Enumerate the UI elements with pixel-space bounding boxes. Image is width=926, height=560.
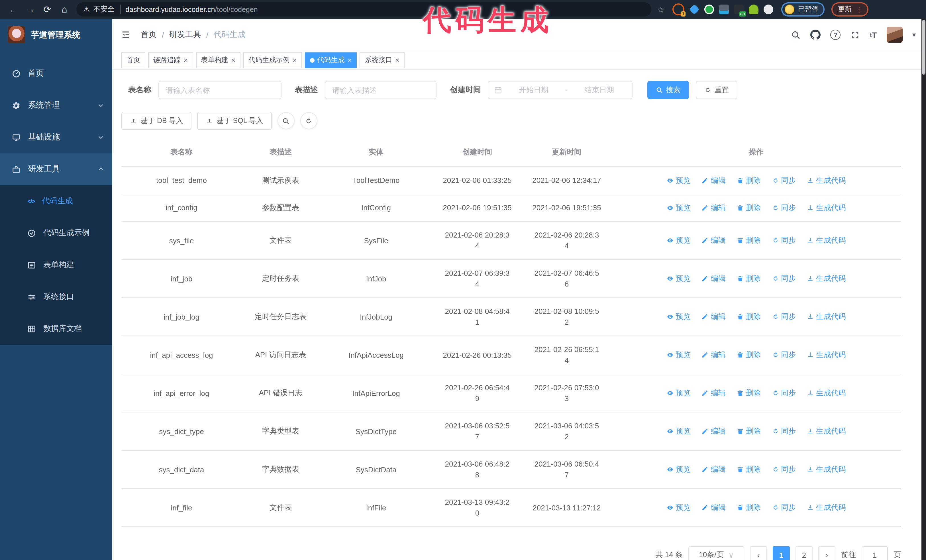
close-icon[interactable]: × [292, 56, 297, 64]
preview-link[interactable]: 预览 [667, 388, 691, 398]
sync-link[interactable]: 同步 [772, 202, 796, 213]
table-row[interactable]: inf_job 定时任务表 InfJob 2021-02-07 06:39:3 … [121, 260, 901, 298]
generate-code-link[interactable]: 生成代码 [807, 388, 846, 398]
preview-link[interactable]: 预览 [667, 503, 691, 513]
search-button[interactable]: 搜索 [648, 81, 689, 99]
import-db-button[interactable]: 基于 DB 导入 [121, 112, 192, 130]
preview-link[interactable]: 预览 [667, 312, 691, 322]
preview-link[interactable]: 预览 [667, 175, 691, 186]
preview-link[interactable]: 预览 [667, 273, 691, 284]
close-icon[interactable]: × [231, 56, 235, 64]
browser-forward-button[interactable]: → [23, 2, 38, 17]
sidebar-collapse-icon[interactable] [121, 30, 131, 40]
close-icon[interactable]: × [348, 56, 352, 64]
table-row[interactable]: inf_file 文件表 InfFile 2021-03-13 09:43:2 … [121, 489, 901, 527]
sidebar-item-codegen[interactable]: </> 代码生成 [0, 185, 112, 217]
delete-link[interactable]: 删除 [737, 426, 761, 436]
next-page-button[interactable]: › [818, 546, 835, 560]
sync-link[interactable]: 同步 [772, 235, 796, 246]
sync-link[interactable]: 同步 [772, 503, 796, 513]
edit-link[interactable]: 编辑 [702, 273, 726, 284]
preview-link[interactable]: 预览 [667, 350, 691, 360]
sync-link[interactable]: 同步 [772, 312, 796, 322]
help-icon[interactable]: ? [831, 30, 841, 40]
edit-link[interactable]: 编辑 [702, 503, 726, 513]
sync-link[interactable]: 同步 [772, 388, 796, 398]
sidebar-item-devtools[interactable]: 研发工具 [0, 153, 112, 185]
generate-code-link[interactable]: 生成代码 [807, 273, 846, 284]
table-row[interactable]: inf_api_access_log API 访问日志表 InfApiAcces… [121, 336, 901, 374]
browser-menu-icon[interactable]: ⋮ [856, 5, 862, 14]
table-desc-input[interactable] [325, 81, 436, 99]
table-row[interactable]: sys_file 文件表 SysFile 2021-02-06 20:28:3 … [121, 221, 901, 260]
refresh-table-button[interactable] [300, 112, 318, 129]
preview-link[interactable]: 预览 [667, 426, 691, 436]
import-sql-button[interactable]: 基于 SQL 导入 [197, 112, 272, 130]
generate-code-link[interactable]: 生成代码 [807, 175, 846, 186]
delete-link[interactable]: 删除 [737, 350, 761, 360]
sync-link[interactable]: 同步 [772, 350, 796, 360]
sync-link[interactable]: 同步 [772, 464, 796, 474]
bookmark-star-icon[interactable]: ☆ [657, 4, 665, 15]
browser-extension-icon[interactable] [749, 5, 759, 14]
preview-link[interactable]: 预览 [667, 235, 691, 246]
delete-link[interactable]: 删除 [737, 202, 761, 213]
preview-link[interactable]: 预览 [667, 464, 691, 474]
table-row[interactable]: tool_test_demo 测试示例表 ToolTestDemo 2021-0… [121, 167, 901, 194]
table-row[interactable]: inf_config 参数配置表 InfConfig 2021-02-06 19… [121, 194, 901, 221]
sidebar-item-system[interactable]: 系统管理 [0, 89, 112, 121]
delete-link[interactable]: 删除 [737, 312, 761, 322]
browser-extension-icon[interactable]: 1 [673, 3, 685, 15]
delete-link[interactable]: 删除 [737, 503, 761, 513]
generate-code-link[interactable]: 生成代码 [807, 464, 846, 474]
edit-link[interactable]: 编辑 [702, 464, 726, 474]
date-range-picker[interactable]: 开始日期 - 结束日期 [488, 81, 632, 99]
preview-link[interactable]: 预览 [667, 202, 691, 213]
sync-link[interactable]: 同步 [772, 175, 796, 186]
breadcrumb-devtools[interactable]: 研发工具 [169, 30, 201, 40]
delete-link[interactable]: 删除 [737, 464, 761, 474]
tab-form-builder[interactable]: 表单构建× [196, 52, 241, 68]
browser-reload-button[interactable]: ⟳ [40, 2, 55, 17]
app-logo[interactable]: 芋道管理系统 [0, 19, 112, 51]
table-row[interactable]: inf_job_log 定时任务日志表 InfJobLog 2021-02-08… [121, 298, 901, 336]
table-row[interactable]: sys_dict_data 字典数据表 SysDictData 2021-03-… [121, 450, 901, 489]
browser-back-button[interactable]: ← [6, 2, 21, 17]
generate-code-link[interactable]: 生成代码 [807, 503, 846, 513]
close-icon[interactable]: × [395, 56, 399, 64]
tab-codegen[interactable]: 代码生成× [305, 52, 357, 68]
edit-link[interactable]: 编辑 [702, 312, 726, 322]
tab-home[interactable]: 首页 [121, 52, 145, 68]
avatar[interactable] [887, 27, 903, 43]
browser-home-button[interactable]: ⌂ [57, 2, 72, 17]
browser-extension-icon[interactable] [719, 5, 729, 14]
sidebar-item-db-doc[interactable]: 数据库文档 [0, 313, 112, 345]
edit-link[interactable]: 编辑 [702, 235, 726, 246]
table-name-input[interactable] [158, 81, 281, 99]
delete-link[interactable]: 删除 [737, 235, 761, 246]
sync-link[interactable]: 同步 [772, 426, 796, 436]
delete-link[interactable]: 删除 [737, 388, 761, 398]
generate-code-link[interactable]: 生成代码 [807, 350, 846, 360]
browser-extension-icon[interactable] [705, 5, 714, 14]
delete-link[interactable]: 删除 [737, 175, 761, 186]
sidebar-item-form-builder[interactable]: 表单构建 [0, 249, 112, 281]
browser-extension-icon[interactable]: on [734, 5, 744, 14]
tab-system-api[interactable]: 系统接口× [360, 52, 405, 68]
security-chip[interactable]: ⚠ 不安全 [83, 5, 121, 14]
sidebar-item-system-api[interactable]: 系统接口 [0, 281, 112, 313]
goto-page-input[interactable] [862, 546, 888, 560]
delete-link[interactable]: 删除 [737, 273, 761, 284]
search-icon[interactable] [791, 30, 801, 39]
fullscreen-icon[interactable] [850, 30, 860, 39]
page-button-2[interactable]: 2 [796, 546, 813, 560]
edit-link[interactable]: 编辑 [702, 388, 726, 398]
table-row[interactable]: sys_dict_type 字典类型表 SysDictType 2021-03-… [121, 412, 901, 450]
generate-code-link[interactable]: 生成代码 [807, 235, 846, 246]
table-row[interactable]: inf_api_error_log API 错误日志 InfApiErrorLo… [121, 374, 901, 412]
toggle-search-button[interactable] [277, 112, 295, 129]
browser-extension-icon[interactable] [690, 4, 700, 15]
scrollbar-thumb[interactable] [922, 20, 925, 75]
generate-code-link[interactable]: 生成代码 [807, 426, 846, 436]
generate-code-link[interactable]: 生成代码 [807, 202, 846, 213]
